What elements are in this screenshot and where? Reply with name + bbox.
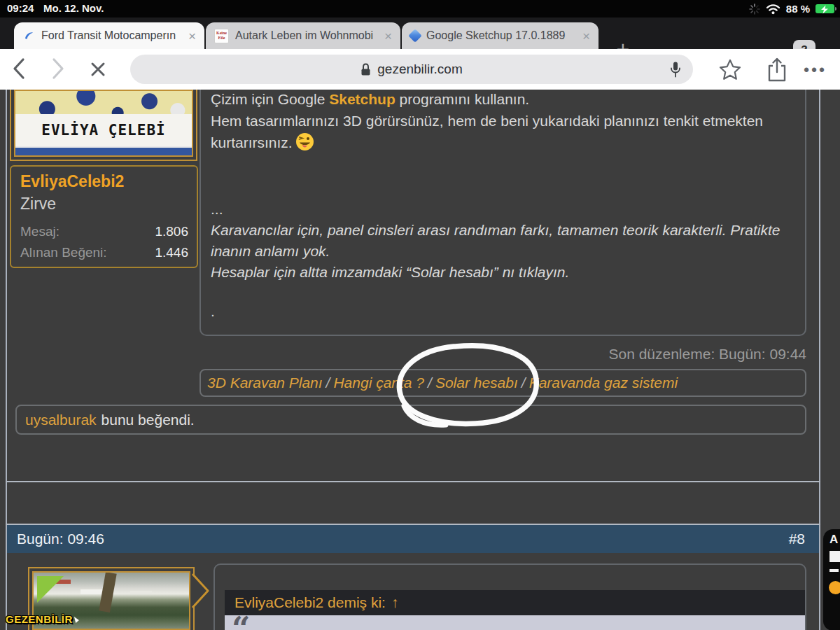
side-floating-widget[interactable]: A — [823, 529, 840, 630]
url-bar[interactable]: gezenbilir.com — [130, 55, 693, 84]
post-message-bubble: Çizim için Google Sketchup programını ku… — [200, 90, 806, 336]
tab-title: Google Sketchup 17.0.1889 — [426, 29, 575, 42]
cursor-icon — [74, 617, 79, 623]
signature-link-hangi-canta[interactable]: Hangi çanta ? — [333, 374, 424, 391]
post-message-bubble: EvliyaCelebi2 demiş ki: ↑ “ — [214, 564, 806, 630]
username-link[interactable]: EvliyaCelebi2 — [20, 172, 124, 191]
status-bar: 09:24 Mo. 12. Nov. 88 % — [0, 0, 840, 18]
avatar-image: EVLİYA ÇELEBİ — [14, 90, 193, 157]
post-header-bar: Bugün: 09:46 #8 — [7, 525, 819, 553]
likes-box: uysalburak bunu beğendi. — [15, 405, 806, 435]
signature-link-3d-karavan-plani[interactable]: 3D Karavan Planı — [207, 374, 323, 391]
avatar-caption: EVLİYA ÇELEBİ — [15, 114, 192, 146]
tab-close-icon[interactable]: × — [581, 29, 592, 43]
quote-jump-arrow[interactable]: ↑ — [391, 594, 399, 611]
keine-eile-favicon: Keine Eile — [214, 29, 229, 43]
sketchup-favicon — [408, 29, 422, 43]
bookmark-star-button[interactable] — [718, 58, 742, 82]
tab-bar: Ford Transit Motocamperın × Keine Eile A… — [0, 18, 840, 49]
user-rank: Zirve — [20, 195, 56, 214]
url-text: gezenbilir.com — [377, 62, 462, 77]
gezenbilir-watermark: GEZENBİLİR — [6, 613, 79, 625]
post-paragraph-1: Çizim için Google Sketchup programını ku… — [211, 90, 794, 110]
battery-percent: 88 % — [786, 3, 810, 15]
tab-google-sketchup[interactable]: Google Sketchup 17.0.1889 × — [402, 22, 598, 49]
widget-orange-dot — [829, 581, 840, 594]
status-right-icons: 88 % — [749, 0, 834, 18]
forum-page-content: EVLİYA ÇELEBİ EvliyaCelebi2 Zirve Mesaj:… — [0, 90, 840, 630]
post-number-link[interactable]: #8 — [789, 531, 805, 547]
browser-screen: 09:24 Mo. 12. Nov. 88 % — [0, 0, 840, 630]
signature-separator: / — [518, 374, 529, 391]
signature-link-solar-hesabi[interactable]: Solar hesabı — [435, 374, 518, 391]
back-button[interactable] — [11, 57, 28, 80]
stop-loading-button[interactable] — [90, 61, 106, 78]
loading-spinner-icon — [749, 4, 760, 15]
tab-title: Ford Transit Motocamperın — [41, 29, 181, 42]
battery-charging-icon — [816, 4, 834, 13]
menu-overflow-button[interactable]: ••• — [804, 61, 827, 80]
quote-mark-icon: “ — [232, 610, 250, 630]
tab-title: Autark Leben im Wohnmobi — [235, 29, 377, 42]
signature-separator: / — [424, 374, 435, 391]
liker-username-link[interactable]: uysalburak — [25, 412, 97, 428]
voice-search-button[interactable] — [669, 61, 682, 81]
signature-box: 3D Karavan Planı / Hangi çanta ? / Solar… — [200, 369, 806, 397]
tab-ford-transit[interactable]: Ford Transit Motocamperın × — [14, 22, 204, 49]
post-ellipsis: ... — [211, 198, 794, 220]
sketchup-link[interactable]: Sketchup — [329, 91, 396, 107]
last-edit-note: Son düzenleme: Bugün: 09:44 — [200, 346, 806, 363]
signature-link-karavanda-gaz-sistemi[interactable]: Karavanda gaz sistemi — [529, 374, 678, 391]
stat-row-messages: Mesaj: 1.806 — [20, 224, 188, 239]
post-divider — [6, 481, 820, 482]
post-italic-quote-1: Karavancılar için, panel cinsleri arası … — [211, 220, 794, 262]
status-date: Mo. 12. Nov. — [43, 2, 104, 14]
forward-button[interactable] — [49, 57, 66, 80]
share-button[interactable] — [766, 57, 788, 83]
navigation-bar: gezenbilir.com ••• — [0, 49, 840, 90]
widget-rect-glyph — [830, 551, 840, 562]
table-border-right — [819, 90, 820, 630]
post-timestamp: Bugün: 09:46 — [17, 531, 104, 547]
avatar-blue-band — [15, 146, 192, 155]
wink-tongue-emoji — [295, 132, 314, 151]
quote-body: “ — [225, 615, 805, 630]
post-trailing-dot: . — [211, 300, 794, 322]
secure-lock-icon — [360, 63, 371, 76]
avatar-evliyacelebi2[interactable]: EVLİYA ÇELEBİ — [10, 90, 197, 161]
widget-dash-glyph — [830, 569, 839, 572]
ford-swoosh-favicon — [22, 29, 35, 42]
likes-text: bunu beğendi. — [102, 412, 195, 428]
quote-header[interactable]: EvliyaCelebi2 demiş ki: ↑ — [225, 590, 805, 615]
status-time: 09:24 — [7, 2, 34, 14]
post-italic-quote-2: Hesaplar için altta imzamdaki “Solar hes… — [211, 262, 794, 283]
stat-row-likes: Alınan Beğeni: 1.446 — [20, 245, 188, 260]
user-info-panel: EvliyaCelebi2 Zirve Mesaj: 1.806 Alınan … — [10, 165, 198, 268]
speech-bubble-tail-icon — [190, 573, 211, 609]
wifi-icon — [766, 4, 780, 15]
post-paragraph-2: Hem tasarımlarınızı 3D görürsünüz, hem d… — [211, 110, 794, 153]
tab-close-icon[interactable]: × — [187, 29, 197, 43]
tab-close-icon[interactable]: × — [383, 29, 393, 43]
tab-autark-leben[interactable]: Keine Eile Autark Leben im Wohnmobi × — [206, 22, 400, 49]
widget-letter: A — [830, 533, 838, 547]
signature-separator: / — [323, 374, 334, 391]
